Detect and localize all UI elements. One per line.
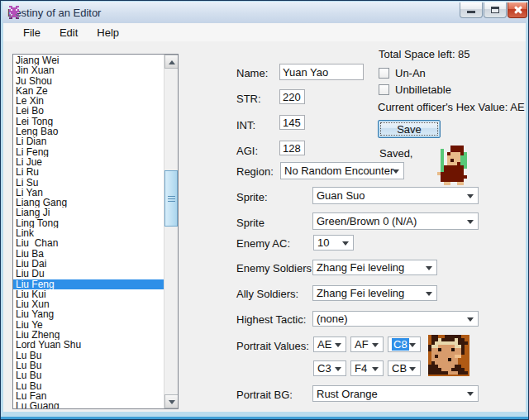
chevron-down-icon (409, 367, 416, 371)
list-item[interactable]: Liu Du (13, 269, 164, 279)
officer-listbox[interactable]: Jiang WeiJin XuanJu ShouKan ZeLe XinLei … (12, 54, 179, 409)
portrait-values-label: Portrait Values: (236, 340, 309, 352)
menu-help[interactable]: Help (94, 26, 122, 40)
portrait-value-dropdown-6[interactable]: CB (388, 360, 421, 376)
list-item[interactable]: Jiang Wei (13, 55, 164, 65)
sprite2-label: Sprite (236, 217, 264, 229)
unan-checkbox[interactable] (379, 68, 389, 79)
ally-soldiers-dropdown[interactable]: Zhang Fei leveling (312, 285, 437, 301)
list-item[interactable]: Liu Dai (13, 259, 164, 269)
unbilletable-checkbox[interactable] (379, 84, 389, 95)
chevron-down-icon (393, 169, 399, 174)
highest-tactic-label: Highest Tactic: (236, 313, 306, 326)
enemy-ac-dropdown[interactable]: 10 (313, 235, 354, 251)
portrait-value-1: AE (317, 338, 331, 351)
list-item[interactable]: Link (13, 228, 164, 238)
list-item[interactable]: Liu Ye (13, 320, 164, 330)
str-input[interactable] (279, 89, 305, 104)
list-item[interactable]: Liu Feng (13, 279, 164, 289)
name-input[interactable] (279, 64, 364, 80)
portrait-bg-label: Portrait BG: (236, 389, 293, 401)
list-item[interactable]: Liu Yang (13, 309, 164, 319)
list-item[interactable]: Li Feng (13, 147, 164, 157)
list-item[interactable]: Li Dian (13, 136, 164, 146)
list-item[interactable]: Li Jue (13, 157, 164, 167)
list-item[interactable]: Le Xin (13, 96, 164, 106)
sprite1-dropdown[interactable]: Guan Suo (312, 187, 479, 204)
chevron-down-icon (335, 367, 341, 371)
enemy-soldiers-value: Zhang Fei leveling (317, 261, 404, 274)
highest-tactic-value: (none) (317, 313, 348, 325)
list-item[interactable]: Liang Gang (13, 198, 164, 208)
list-item[interactable]: Ling Tong (13, 218, 164, 228)
list-item[interactable]: Liu Zheng (13, 330, 164, 340)
menu-file[interactable]: File (21, 26, 43, 40)
maximize-button[interactable] (484, 2, 507, 18)
officer-list: Jiang WeiJin XuanJu ShouKan ZeLe XinLei … (13, 55, 164, 408)
menu-edit[interactable]: Edit (57, 26, 80, 40)
scroll-up-button[interactable] (164, 55, 179, 69)
sprite1-label: Sprite: (236, 191, 268, 203)
close-icon (513, 6, 522, 15)
enemy-ac-value: 10 (317, 236, 329, 249)
menu-bar: File Edit Help (3, 23, 526, 41)
portrait-value-6: CB (392, 362, 407, 375)
list-item[interactable]: Leng Bao (13, 126, 164, 136)
chevron-down-icon (467, 317, 474, 322)
agi-input[interactable] (279, 141, 305, 155)
list-item[interactable]: Liu Xun (13, 299, 164, 309)
portrait-value-4: C3 (317, 362, 331, 375)
list-item[interactable]: Kan Ze (13, 86, 164, 96)
list-item[interactable]: Lei Tong (13, 117, 164, 126)
enemy-soldiers-dropdown[interactable]: Zhang Fei leveling (312, 260, 437, 275)
minimize-button[interactable] (460, 2, 483, 18)
close-button[interactable] (508, 2, 527, 18)
list-item[interactable]: Lu Bu (13, 351, 164, 360)
arrow-up-icon (169, 60, 175, 64)
region-value: No Random Encounter (284, 165, 393, 177)
region-dropdown[interactable]: No Random Encounter (280, 162, 404, 179)
int-label: INT: (236, 119, 255, 131)
list-item[interactable]: Lu Bu (13, 360, 164, 370)
list-item[interactable]: Jin Xuan (13, 65, 164, 75)
highest-tactic-dropdown[interactable]: (none) (312, 311, 479, 327)
chevron-down-icon (426, 266, 432, 270)
chevron-down-icon (467, 392, 474, 396)
list-scrollbar[interactable] (164, 55, 178, 408)
portrait-value-dropdown-1[interactable]: AE (313, 336, 346, 352)
list-item[interactable]: Lu Bu (13, 370, 164, 380)
title-bar[interactable]: Destiny of an Editor (2, 2, 527, 23)
chevron-down-icon (335, 343, 341, 347)
enemy-soldiers-label: Enemy Soldiers: (236, 262, 315, 274)
int-input[interactable] (279, 115, 305, 130)
scrollbar-thumb[interactable] (164, 170, 178, 227)
agi-label: AGI: (236, 145, 258, 157)
portrait-value-dropdown-3[interactable]: C8 (388, 336, 421, 352)
arrow-down-icon (169, 400, 175, 404)
list-item[interactable]: Li Yan (13, 188, 164, 198)
save-button[interactable]: Save (378, 120, 441, 138)
list-item[interactable]: Ju Shou (13, 76, 164, 86)
list-item[interactable]: Liu Ba (13, 249, 164, 259)
sprite2-dropdown[interactable]: Green/Brown 0 (N/A) (312, 212, 479, 230)
list-item[interactable]: Lu Fan (13, 391, 164, 401)
chevron-down-icon (342, 241, 349, 246)
list-item[interactable]: Lu Guang (13, 401, 164, 409)
chevron-down-icon (409, 343, 416, 347)
minimize-icon (467, 11, 475, 13)
scroll-down-button[interactable] (164, 394, 179, 408)
list-item[interactable]: Liang Ji (13, 208, 164, 217)
list-item[interactable]: Lei Bo (13, 106, 164, 116)
list-item[interactable]: Li Ru (13, 167, 164, 177)
portrait-bg-dropdown[interactable]: Rust Orange (312, 385, 479, 402)
portrait-value-3: C8 (392, 338, 409, 351)
portrait-value-dropdown-5[interactable]: F4 (350, 360, 384, 376)
list-item[interactable]: Lu Bu (13, 381, 164, 391)
portrait-value-dropdown-2[interactable]: AF (350, 336, 384, 352)
list-item[interactable]: Li Su (13, 178, 164, 188)
portrait-value-dropdown-4[interactable]: C3 (313, 360, 346, 376)
portrait-bg-value: Rust Orange (317, 388, 378, 400)
list-item[interactable]: Liu Chan (13, 238, 164, 248)
list-item[interactable]: Liu Kui (13, 289, 164, 299)
list-item[interactable]: Lord Yuan Shu (13, 340, 164, 350)
